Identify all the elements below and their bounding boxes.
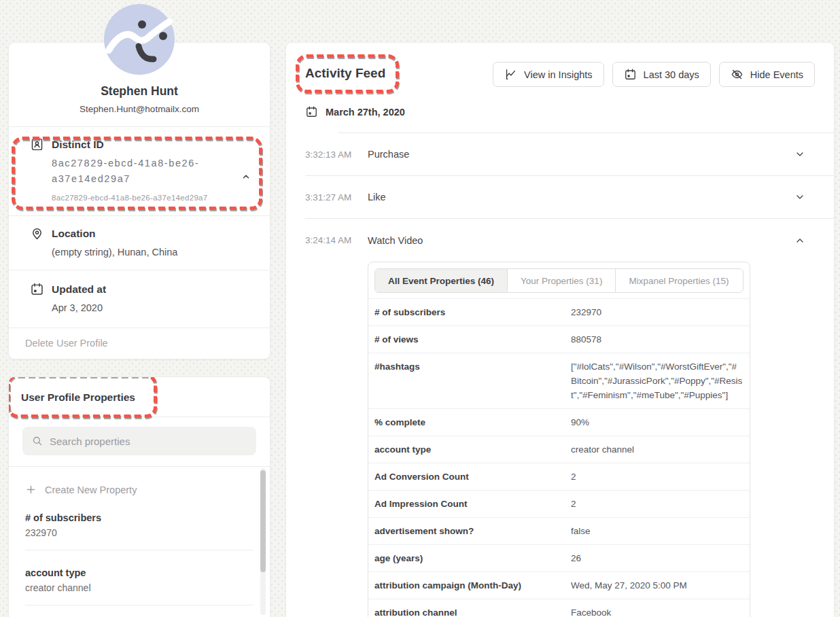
- event-property-key: age (years): [368, 545, 571, 572]
- create-new-property-button[interactable]: Create New Property: [25, 467, 253, 495]
- location-section: Location (empty string), Hunan, China: [9, 216, 270, 270]
- event-property-row: attribution campaign (Month-Day) Wed, Ma…: [368, 572, 750, 599]
- distinct-id-secondary: 8ac27829-ebcd-41a8-be26-a37e14ed29a7: [52, 194, 256, 202]
- scrollbar-track: [260, 468, 266, 615]
- event-properties-tab[interactable]: All Event Properties (46): [375, 269, 508, 292]
- property-items: # of subscribers 232970 account type cre…: [25, 495, 253, 605]
- event-property-key: #hashtags: [368, 353, 571, 409]
- user-profile-properties-card: User Profile Properties Create New Prope…: [8, 376, 270, 617]
- distinct-id-section: Distinct ID 8ac27829-ebcd-41a8-be26-a37e…: [9, 127, 270, 215]
- event-time: 3:24:14 AM: [305, 235, 368, 245]
- event-property-value: 2: [571, 463, 750, 491]
- property-value: creator channel: [25, 582, 253, 593]
- event-property-value: 26: [571, 545, 750, 572]
- distinct-id-value: 8ac27829-ebcd-41a8-be26-a37e14ed29a7: [52, 156, 230, 187]
- activity-feed-card: Activity Feed View in Insights Last 30 d…: [285, 42, 835, 617]
- properties-list: Create New Property # of subscribers 232…: [9, 467, 270, 617]
- search-icon: [31, 435, 43, 447]
- event-property-key: # of subscribers: [368, 299, 571, 326]
- event-property-key: account type: [368, 436, 571, 463]
- updated-at-section: Updated at Apr 3, 2020: [9, 270, 270, 328]
- event-property-value: Wed, May 27, 2020 5:00 PM: [571, 572, 750, 599]
- map-pin-icon: [30, 226, 44, 241]
- event-property-value: 880578: [571, 326, 750, 353]
- create-new-property-label: Create New Property: [45, 484, 137, 495]
- id-badge-icon: [30, 137, 44, 152]
- event-property-key: % complete: [368, 409, 571, 436]
- event-property-key: # of views: [368, 326, 571, 353]
- chevron-up-icon: [241, 172, 251, 181]
- property-list-item[interactable]: # of subscribers 232970: [25, 495, 253, 550]
- search-properties-input[interactable]: [22, 427, 256, 455]
- event-time: 3:31:27 AM: [305, 192, 368, 202]
- line-chart-icon: [504, 68, 517, 81]
- event-property-key: Ad Impression Count: [368, 491, 571, 518]
- location-label: Location: [52, 226, 96, 241]
- date-range-button[interactable]: Last 30 days: [612, 62, 711, 87]
- event-property-row: # of views 880578: [368, 326, 750, 353]
- tab-label: Your Properties (31): [521, 276, 602, 286]
- feed-date-label: March 27th, 2020: [326, 107, 405, 118]
- chevron-down-icon: [794, 149, 805, 160]
- feed-date-header: March 27th, 2020: [305, 105, 815, 118]
- date-range-label: Last 30 days: [644, 69, 699, 80]
- event-property-value: Facebook: [571, 599, 750, 617]
- location-value: (empty string), Hunan, China: [52, 245, 256, 260]
- event-property-row: Ad Impression Count 2: [368, 491, 750, 518]
- event-property-key: advertisement shown?: [368, 518, 571, 545]
- event-property-row: age (years) 26: [368, 545, 750, 572]
- event-property-value: 2: [571, 491, 750, 518]
- event-property-row: attribution channel Facebook: [368, 599, 750, 617]
- property-name: # of subscribers: [25, 512, 253, 523]
- event-property-row: advertisement shown? false: [368, 518, 750, 545]
- event-properties-table: # of subscribers 232970 # of views 88057…: [368, 298, 750, 617]
- event-properties-tab[interactable]: Your Properties (31): [508, 269, 616, 292]
- chevron-up-icon: [794, 235, 805, 246]
- event-property-key: attribution campaign (Month-Day): [368, 572, 571, 599]
- calendar-icon: [305, 105, 318, 118]
- delete-user-profile-button[interactable]: Delete User Profile: [9, 328, 270, 359]
- event-property-value: 232970: [571, 299, 750, 326]
- activity-feed-title: Activity Feed: [305, 65, 385, 82]
- event-property-row: account type creator channel: [368, 436, 750, 463]
- event-name: Purchase: [368, 149, 794, 160]
- event-property-row: % complete 90%: [368, 409, 750, 436]
- event-properties-tab[interactable]: Mixpanel Properties (15): [616, 269, 741, 292]
- property-list-item[interactable]: account type creator channel: [25, 550, 253, 605]
- event-property-key: Ad Conversion Count: [368, 463, 571, 491]
- property-value: 232970: [25, 527, 253, 538]
- distinct-id-collapse-button[interactable]: [239, 169, 253, 184]
- event-row-purchase[interactable]: 3:32:13 AM Purchase: [305, 133, 834, 176]
- avatar: [104, 4, 175, 75]
- left-column: Stephen Hunt Stephen.Hunt@hotmailx.com D…: [8, 42, 270, 617]
- event-row-like[interactable]: 3:31:27 AM Like: [305, 176, 834, 219]
- event-row-watch-video[interactable]: 3:24:14 AM Watch Video: [305, 219, 834, 262]
- event-property-value: 90%: [571, 409, 750, 436]
- event-property-value: false: [571, 518, 750, 545]
- profile-name: Stephen Hunt: [22, 84, 256, 99]
- chevron-down-icon: [794, 192, 805, 202]
- event-property-row: # of subscribers 232970: [368, 299, 750, 326]
- view-in-insights-button[interactable]: View in Insights: [493, 62, 603, 87]
- view-in-insights-label: View in Insights: [524, 69, 592, 80]
- calendar-icon: [624, 68, 637, 81]
- event-time: 3:32:13 AM: [305, 149, 368, 160]
- plus-icon: [25, 484, 37, 495]
- event-property-row: Ad Conversion Count 2: [368, 463, 750, 491]
- profile-card: Stephen Hunt Stephen.Hunt@hotmailx.com D…: [8, 42, 270, 359]
- tab-label: Mixpanel Properties (15): [629, 276, 729, 286]
- hide-events-button[interactable]: Hide Events: [719, 62, 815, 87]
- calendar-icon: [30, 282, 44, 296]
- updated-at-label: Updated at: [52, 282, 106, 296]
- event-name: Like: [368, 192, 794, 202]
- event-details-panel: All Event Properties (46) Your Propertie…: [368, 262, 750, 617]
- hide-events-label: Hide Events: [750, 69, 803, 80]
- event-properties-tabs: All Event Properties (46) Your Propertie…: [374, 268, 743, 293]
- user-profile-properties-title: User Profile Properties: [21, 391, 258, 404]
- profile-email: Stephen.Hunt@hotmailx.com: [22, 103, 256, 115]
- event-feed: 3:32:13 AM Purchase 3:31:27 AM Like 3:24…: [305, 133, 834, 617]
- scrollbar-thumb[interactable]: [260, 470, 266, 572]
- event-property-value: ["#lolCats","#Wilson","#WorstGiftEver","…: [571, 353, 750, 409]
- tab-label: All Event Properties (46): [388, 276, 494, 286]
- event-property-row: #hashtags ["#lolCats","#Wilson","#WorstG…: [368, 353, 750, 409]
